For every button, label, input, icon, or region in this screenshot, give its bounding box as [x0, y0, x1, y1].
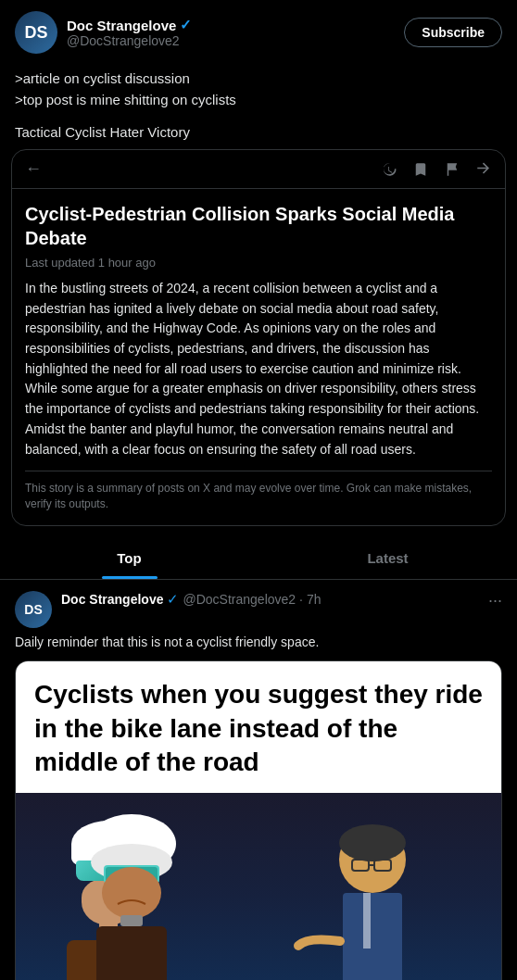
- tweet-handle: @DocStrangelove2: [183, 592, 296, 607]
- user-handle: @DocStrangelove2: [67, 33, 192, 48]
- article-updated: Last updated 1 hour ago: [25, 256, 492, 270]
- tweet-display-name: Doc Strangelove: [61, 592, 163, 607]
- tweet-time: 7h: [307, 592, 322, 607]
- bookmark-icon[interactable]: [412, 160, 429, 179]
- article-nav: ←: [12, 150, 505, 189]
- history-icon[interactable]: [381, 160, 397, 179]
- svg-point-4: [102, 867, 161, 919]
- tweet-name-row: Doc Strangelove ✓ @DocStrangelove2 · 7h: [61, 591, 481, 608]
- share-icon[interactable]: [475, 160, 492, 179]
- article-body: Cyclist-Pedestrian Collision Sparks Soci…: [12, 189, 505, 525]
- svg-rect-6: [96, 926, 167, 980]
- article-title: Cyclist-Pedestrian Collision Sparks Soci…: [25, 202, 492, 250]
- tabs-bar: Top Latest: [0, 537, 517, 580]
- svg-rect-12: [343, 893, 402, 980]
- subscribe-button[interactable]: Subscribe: [404, 18, 502, 47]
- display-name-row: Doc Strangelove ✓: [67, 17, 192, 33]
- post-line1: >article on cyclist discussion: [15, 69, 502, 88]
- svg-point-8: [339, 824, 406, 861]
- article-disclaimer: This story is a summary of posts on X an…: [25, 471, 492, 512]
- user-details: Doc Strangelove ✓ @DocStrangelove2: [67, 17, 192, 48]
- meme-caption: Cyclists when you suggest they ride in t…: [16, 661, 501, 792]
- post-line2: >top post is mine shitting on cyclists: [15, 90, 502, 109]
- display-name: Doc Strangelove: [67, 18, 176, 33]
- flag-icon[interactable]: [444, 160, 460, 179]
- svg-rect-5: [120, 915, 143, 926]
- article-nav-icons: [381, 160, 492, 179]
- victory-text: Tactical Cyclist Hater Victory: [0, 119, 517, 149]
- back-button[interactable]: ←: [25, 159, 42, 179]
- tweet-separator: ·: [299, 592, 303, 607]
- tab-latest[interactable]: Latest: [258, 537, 517, 579]
- meme-photo: [16, 793, 501, 980]
- post-text: >article on cyclist discussion >top post…: [0, 65, 517, 119]
- tweet-verified-icon: ✓: [167, 591, 179, 608]
- article-card: ← Cyclist-Pedestrian Collision Sparks So…: [11, 149, 506, 526]
- tweet-avatar[interactable]: DS: [15, 591, 52, 628]
- verified-icon: ✓: [180, 17, 192, 33]
- tweet-text: Daily reminder that this is not a cyclis…: [15, 634, 502, 652]
- tweet-header-section: DS Doc Strangelove ✓ @DocStrangelove2 Su…: [0, 0, 517, 65]
- meme-image[interactable]: Cyclists when you suggest they ride in t…: [15, 660, 502, 980]
- avatar[interactable]: DS: [15, 11, 57, 54]
- tweet-user-info: Doc Strangelove ✓ @DocStrangelove2 · 7h: [61, 591, 481, 608]
- tab-top[interactable]: Top: [0, 537, 258, 579]
- svg-rect-13: [363, 893, 371, 949]
- tweet-user-row: DS Doc Strangelove ✓ @DocStrangelove2 · …: [15, 591, 502, 628]
- user-info-group: DS Doc Strangelove ✓ @DocStrangelove2: [15, 11, 192, 54]
- tweet-item: DS Doc Strangelove ✓ @DocStrangelove2 · …: [0, 580, 517, 980]
- tweet-more-button[interactable]: ···: [481, 591, 502, 610]
- article-content: In the bustling streets of 2024, a recen…: [25, 279, 492, 459]
